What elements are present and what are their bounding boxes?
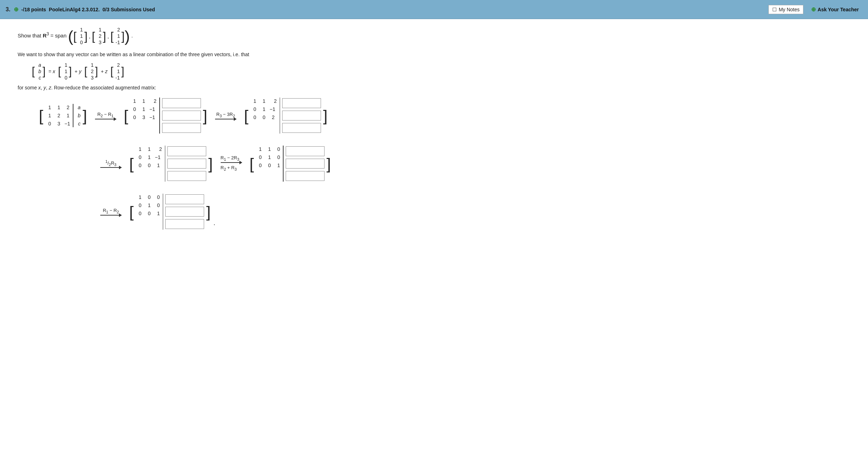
for-some-text: for some x, y, z. Row-reduce the associa…: [18, 85, 857, 90]
v3-matrix: [ 2 1 -1 ]: [111, 26, 125, 46]
my-notes-icon: ☐: [772, 7, 777, 12]
input-s1-r1[interactable]: [162, 98, 201, 108]
v2-matrix: [ 1 2 3 ]: [92, 26, 106, 46]
op-half-r3-label: 1/2R3: [105, 159, 116, 167]
input-s1-r2[interactable]: [162, 111, 201, 120]
input-final-r2[interactable]: [165, 207, 204, 217]
op-r1-2r3-label: R1 − 2R3: [221, 155, 239, 161]
ask-teacher-button[interactable]: ⊕ Ask Your Teacher: [808, 5, 862, 14]
op-r1-r2: R1 − R2: [100, 208, 121, 216]
input-s3-r3[interactable]: [167, 171, 206, 181]
ask-teacher-plus-icon: ⊕: [811, 6, 816, 13]
input-final-r3[interactable]: [165, 219, 204, 229]
course-label: PooleLinAlg4 2.3.012.: [49, 7, 100, 12]
final-matrix: [ 1 0 0 0 1 0 0 0 1: [129, 193, 211, 230]
top-bar-right: ☐ My Notes ⊕ Ask Your Teacher: [768, 5, 862, 14]
op-arrow3: [100, 167, 121, 168]
v1-matrix: [ 1 1 0 ]: [73, 26, 87, 46]
lhs-vector: [ a b c ]: [32, 61, 46, 81]
input-s1-r3[interactable]: [162, 123, 201, 133]
input-s3-r2[interactable]: [167, 159, 206, 169]
op-r1-r2-label: R1 − R2: [103, 208, 119, 214]
description-text: We want to show that any vector can be w…: [18, 52, 857, 57]
eq-v1: [ 1 1 0 ]: [58, 61, 72, 81]
period: .: [214, 219, 215, 230]
step3-matrix: [ 1 1 2 0 1 −1 0 0 1: [129, 145, 213, 182]
question-number: 3.: [6, 6, 10, 13]
input-s2-r2[interactable]: [282, 111, 321, 120]
initial-matrix: [ 1 1 2 1 2 1 0 3 −1: [39, 103, 87, 128]
input-s2-r1[interactable]: [282, 98, 321, 108]
op-r3-minus-3r2-label: R3 − 3R2: [216, 112, 235, 118]
ask-teacher-label: Ask Your Teacher: [818, 7, 859, 12]
op-arrow5: [100, 215, 121, 216]
op-arrow2: [215, 119, 236, 119]
show-text: Show that R3 = span ( [ 1 1 0 ] ,: [18, 26, 133, 46]
eq-v3: [ 2 1 -1 ]: [111, 61, 124, 81]
my-notes-button[interactable]: ☐ My Notes: [768, 5, 803, 14]
op-r1-2r3-r2-r3: R1 − 2R3 R2 + R3: [221, 155, 242, 172]
step2-matrix: [ 1 1 2 0 1 −1 0 0 2: [244, 97, 328, 134]
plus-icon: ⊕: [14, 6, 18, 13]
row-op-line-2: 1/2R3 [ 1 1 2 0 1 −1: [95, 145, 857, 182]
op-arrow4: [221, 162, 242, 163]
step1-matrix: [ 1 1 2 0 1 −1 0 3 −1: [124, 97, 208, 134]
problem-statement: Show that R3 = span ( [ 1 1 0 ] ,: [18, 26, 857, 46]
top-bar: 3. ⊕ -/18 points PooleLinAlg4 2.3.012. 0…: [0, 0, 868, 19]
points-label: -/18 points: [21, 7, 46, 12]
op-arrow: [95, 119, 116, 119]
row-op-line-3: R1 − R2 [ 1 0 0 0 1 0: [95, 193, 857, 230]
step4-matrix: [ 1 1 0 0 1 0 0 0 1: [250, 145, 331, 182]
input-s4-r1[interactable]: [286, 146, 325, 156]
op-r2-minus-r1-label: R2 − R1: [97, 112, 114, 118]
content-area: Show that R3 = span ( [ 1 1 0 ] ,: [0, 19, 868, 453]
points-info: ⊕ -/18 points PooleLinAlg4 2.3.012. 0/3 …: [14, 6, 155, 13]
input-s4-r2[interactable]: [286, 159, 325, 169]
my-notes-label: My Notes: [779, 7, 799, 12]
submissions-label: 0/3 Submissions Used: [102, 7, 155, 12]
op-half-r3: 1/2R3: [100, 159, 121, 168]
equation-line: [ a b c ] = x [ 1 1 0 ] + y [ 1 2 3: [32, 61, 857, 81]
input-s2-r3[interactable]: [282, 123, 321, 133]
eq-v2: [ 1 2 3 ]: [84, 61, 98, 81]
vector1: ( [ 1 1 0 ] , [: [68, 26, 130, 46]
input-final-r1[interactable]: [165, 194, 204, 204]
op-r3-minus-3r2: R3 − 3R2: [215, 112, 236, 119]
row-op-line-1: [ 1 1 2 1 2 1 0 3 −1: [39, 97, 857, 134]
input-s4-r3[interactable]: [286, 171, 325, 181]
op-r2-minus-r1: R2 − R1: [95, 112, 116, 119]
input-s3-r1[interactable]: [167, 146, 206, 156]
op-r2-r3-label: R2 + R3: [221, 165, 237, 171]
